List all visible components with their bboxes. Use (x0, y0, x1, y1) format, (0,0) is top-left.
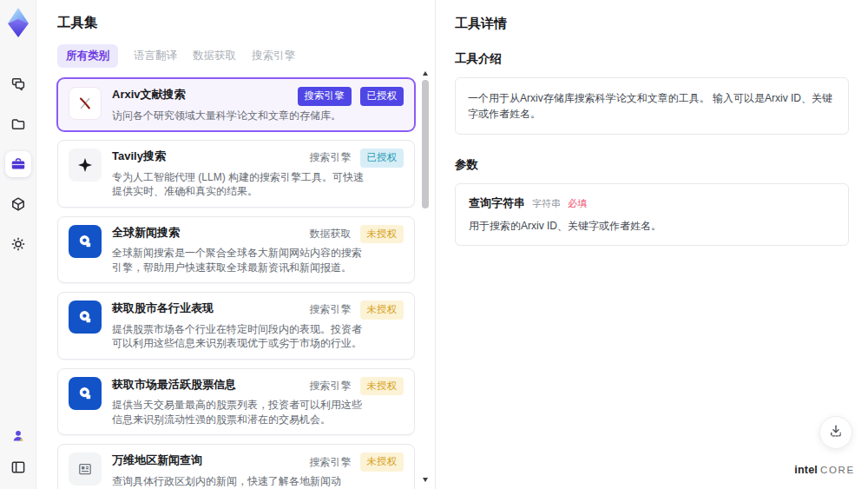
tool-description: 提供当天交易量最高的股票列表，投资者可以利用这些信息来识别流动性强的股票和潜在的… (112, 398, 404, 426)
tool-name: Arxiv文献搜索 (112, 87, 186, 102)
sidebar (0, 0, 36, 489)
tool-card-4[interactable]: 获取市场最活跃股票信息 搜索引擎 未授权 提供当天交易量最高的股票列表，投资者可… (57, 368, 415, 436)
params-heading: 参数 (455, 157, 849, 173)
tool-description: 查询具体行政区划内的新闻，快速了解各地新闻动 (112, 474, 404, 489)
download-button[interactable] (819, 416, 852, 449)
category-tab-3[interactable]: 搜索引擎 (252, 44, 295, 68)
sidebar-item-tools[interactable] (5, 151, 31, 177)
tool-category-badge: 搜索引擎 (310, 455, 352, 470)
tool-auth-badge: 未授权 (360, 301, 404, 320)
tool-description: 访问各个研究领域大量科学论文和文章的存储库。 (112, 109, 404, 123)
scrollbar[interactable] (421, 71, 430, 482)
brand-core: CORE (820, 465, 855, 475)
tool-name: 万维地区新闻查询 (112, 453, 202, 467)
stock-icon (69, 301, 102, 334)
param-type: 字符串 (532, 197, 561, 210)
intro-text: 一个用于从Arxiv存储库搜索科学论文和文章的工具。 输入可以是Arxiv ID… (455, 77, 849, 135)
panel-toggle-icon (10, 459, 27, 476)
tool-card-1[interactable]: Tavily搜索 搜索引擎 已授权 专为人工智能代理 (LLM) 构建的搜索引擎… (57, 140, 415, 208)
intel-core-logo: intelCORE (793, 461, 856, 477)
scroll-down-arrow-icon[interactable] (423, 478, 428, 482)
tool-category-badge: 搜索引擎 (310, 379, 352, 393)
tool-card-3[interactable]: 获取股市各行业表现 搜索引擎 未授权 提供股票市场各个行业在特定时间段内的表现。… (57, 292, 415, 360)
cube-icon (10, 195, 27, 213)
briefcase-icon (10, 155, 27, 173)
category-tab-0[interactable]: 所有类别 (57, 44, 118, 68)
sidebar-item-settings[interactable] (5, 231, 31, 257)
sidebar-bottom (5, 423, 31, 480)
globalnews-icon (69, 225, 102, 258)
tool-category-badge: 搜索引擎 (310, 302, 352, 317)
folder-icon (10, 116, 27, 133)
tavily-icon (69, 149, 102, 182)
tool-detail-panel: 工具详情 工具介绍 一个用于从Arxiv存储库搜索科学论文和文章的工具。 输入可… (436, 0, 868, 489)
tool-name: 全球新闻搜索 (112, 225, 180, 240)
sidebar-item-chat[interactable] (5, 71, 31, 97)
gear-icon (10, 235, 27, 253)
stock-icon (69, 377, 102, 410)
param-name: 查询字符串 (469, 195, 525, 211)
arxiv-icon (69, 87, 102, 120)
tool-description: 提供股票市场各个行业在特定时间段内的表现。投资者可以利用这些信息来识别表现优于或… (112, 322, 404, 351)
newspaper-icon (69, 453, 102, 486)
tool-card-0[interactable]: Arxiv文献搜索 搜索引擎 已授权 访问各个研究领域大量科学论文和文章的存储库… (57, 78, 415, 131)
tool-name: Tavily搜索 (112, 149, 166, 163)
app-window: 工具集 所有类别语言翻译数据获取搜索引擎 Arxiv文献搜索 搜索引擎 已授权 … (0, 0, 868, 489)
tool-description: 全球新闻搜索是一个聚合全球各大新闻网站内容的搜索引擎，帮助用户快速获取全球最新资… (112, 246, 404, 274)
tool-auth-badge: 未授权 (360, 453, 404, 472)
tool-category-badge: 数据获取 (310, 227, 352, 241)
sidebar-item-collapse[interactable] (5, 454, 31, 480)
intro-heading: 工具介绍 (455, 51, 849, 67)
app-logo (6, 7, 30, 38)
detail-title: 工具详情 (455, 16, 849, 32)
sidebar-item-models[interactable] (5, 191, 31, 217)
category-tab-2[interactable]: 数据获取 (193, 44, 236, 68)
tool-name: 获取市场最活跃股票信息 (112, 377, 236, 392)
tool-card-5[interactable]: 万维地区新闻查询 搜索引擎 未授权 查询具体行政区划内的新闻，快速了解各地新闻动 (57, 444, 415, 489)
category-tab-1[interactable]: 语言翻译 (134, 44, 177, 68)
tool-list: Arxiv文献搜索 搜索引擎 已授权 访问各个研究领域大量科学论文和文章的存储库… (57, 78, 415, 489)
tool-list-panel: 工具集 所有类别语言翻译数据获取搜索引擎 Arxiv文献搜索 搜索引擎 已授权 … (36, 0, 436, 489)
brand-intel: intel (794, 464, 818, 476)
param-head: 查询字符串 字符串 必填 (469, 195, 835, 211)
tool-auth-badge: 未授权 (360, 225, 404, 244)
tool-category-badge: 搜索引擎 (298, 87, 352, 106)
tool-auth-badge: 已授权 (360, 149, 404, 168)
chat-icon (10, 76, 27, 93)
param-required-badge: 必填 (568, 197, 587, 210)
sidebar-item-files[interactable] (5, 111, 31, 137)
param-description: 用于搜索的Arxiv ID、关键字或作者姓名。 (469, 219, 835, 234)
scroll-up-arrow-icon[interactable] (423, 71, 428, 76)
tool-name: 获取股市各行业表现 (112, 301, 214, 315)
tool-card-2[interactable]: 全球新闻搜索 数据获取 未授权 全球新闻搜索是一个聚合全球各大新闻网站内容的搜索… (57, 216, 415, 284)
tool-auth-badge: 未授权 (360, 377, 404, 396)
page-title: 工具集 (57, 14, 435, 32)
sidebar-item-user[interactable] (5, 423, 31, 449)
tool-category-badge: 搜索引擎 (310, 150, 352, 165)
scrollbar-thumb[interactable] (422, 80, 429, 208)
download-icon (828, 423, 844, 442)
category-tabs: 所有类别语言翻译数据获取搜索引擎 (57, 44, 435, 68)
user-icon (10, 427, 27, 445)
param-card: 查询字符串 字符串 必填 用于搜索的Arxiv ID、关键字或作者姓名。 (455, 183, 849, 246)
tool-description: 专为人工智能代理 (LLM) 构建的搜索引擎工具。可快速提供实时、准确和真实的结… (112, 170, 404, 199)
tool-auth-badge: 已授权 (360, 87, 404, 106)
